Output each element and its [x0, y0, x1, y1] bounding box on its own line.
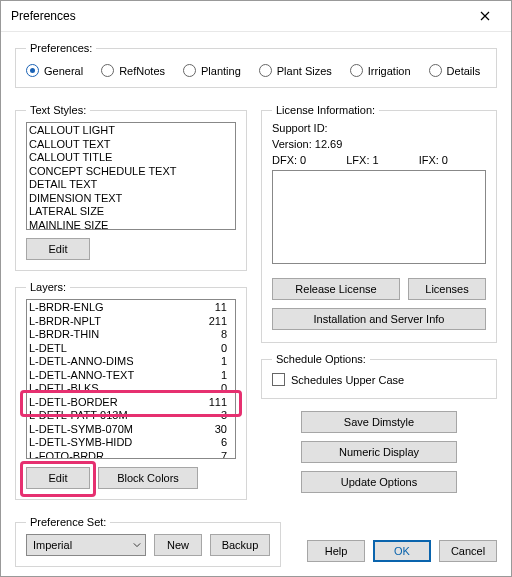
licenses-button[interactable]: Licenses	[408, 278, 486, 300]
dfx-value: DFX: 0	[272, 154, 306, 166]
block-colors-button[interactable]: Block Colors	[98, 467, 198, 489]
text-style-item[interactable]: CALLOUT LIGHT	[29, 124, 235, 138]
close-icon[interactable]	[465, 2, 505, 30]
chevron-down-icon	[133, 539, 141, 551]
lfx-value: LFX: 1	[346, 154, 378, 166]
preference-set-select[interactable]: Imperial	[26, 534, 146, 556]
layers-listbox[interactable]: L-BRDR-ENLG11L-BRDR-NPLT211L-BRDR-THIN8L…	[26, 299, 236, 459]
preferences-legend: Preferences:	[26, 42, 96, 54]
preferences-tabs-group: Preferences: General RefNotes Planting P…	[15, 42, 497, 88]
save-dimstyle-button[interactable]: Save Dimstyle	[301, 411, 457, 433]
text-style-item[interactable]: CALLOUT TITLE	[29, 151, 235, 165]
license-legend: License Information:	[272, 104, 379, 116]
edit-text-style-button[interactable]: Edit	[26, 238, 90, 260]
license-group: License Information: Support ID: Version…	[261, 104, 497, 343]
numeric-display-button[interactable]: Numeric Display	[301, 441, 457, 463]
text-style-item[interactable]: CONCEPT SCHEDULE TEXT	[29, 165, 235, 179]
layer-row[interactable]: L-DETL-SYMB-HIDD6	[29, 436, 235, 450]
schedule-options-group: Schedule Options: Schedules Upper Case	[261, 353, 497, 399]
help-button[interactable]: Help	[307, 540, 365, 562]
release-license-button[interactable]: Release License	[272, 278, 400, 300]
version-label: Version: 12.69	[272, 138, 486, 150]
schedule-legend: Schedule Options:	[272, 353, 370, 365]
tab-details[interactable]: Details	[429, 64, 481, 77]
window-title: Preferences	[11, 9, 76, 23]
edit-layer-button[interactable]: Edit	[26, 467, 90, 489]
tab-plant-sizes[interactable]: Plant Sizes	[259, 64, 332, 77]
text-style-item[interactable]: MAINLINE SIZE	[29, 219, 235, 231]
support-id-label: Support ID:	[272, 122, 486, 134]
layer-row[interactable]: L-BRDR-THIN8	[29, 328, 235, 342]
layer-row[interactable]: L-BRDR-NPLT211	[29, 315, 235, 329]
dialog-buttons: Help OK Cancel	[307, 540, 497, 562]
layer-row[interactable]: L-DETL-BORDER111	[29, 396, 235, 410]
backup-preference-set-button[interactable]: Backup	[210, 534, 270, 556]
titlebar: Preferences	[1, 1, 511, 32]
layers-legend: Layers:	[26, 281, 70, 293]
update-options-button[interactable]: Update Options	[301, 471, 457, 493]
tab-irrigation[interactable]: Irrigation	[350, 64, 411, 77]
text-style-item[interactable]: DIMENSION TEXT	[29, 192, 235, 206]
ifx-value: IFX: 0	[419, 154, 448, 166]
layer-row[interactable]: L-FOTO-BRDR7	[29, 450, 235, 460]
preferences-window: Preferences Preferences: General RefNote…	[0, 0, 512, 577]
layer-row[interactable]: L-DETL-PATT-013M3	[29, 409, 235, 423]
text-styles-listbox[interactable]: CALLOUT LIGHTCALLOUT TEXTCALLOUT TITLECO…	[26, 122, 236, 230]
text-style-item[interactable]: DETAIL TEXT	[29, 178, 235, 192]
layer-row[interactable]: L-DETL-BLKS0	[29, 382, 235, 396]
layer-row[interactable]: L-DETL0	[29, 342, 235, 356]
layer-row[interactable]: L-DETL-ANNO-TEXT1	[29, 369, 235, 383]
layer-row[interactable]: L-BRDR-ENLG11	[29, 301, 235, 315]
tab-general[interactable]: General	[26, 64, 83, 77]
layer-row[interactable]: L-DETL-SYMB-070M30	[29, 423, 235, 437]
schedules-upper-case-checkbox[interactable]: Schedules Upper Case	[272, 373, 404, 386]
tab-refnotes[interactable]: RefNotes	[101, 64, 165, 77]
license-textarea[interactable]	[272, 170, 486, 264]
ok-button[interactable]: OK	[373, 540, 431, 562]
new-preference-set-button[interactable]: New	[154, 534, 202, 556]
layers-group: Layers: L-BRDR-ENLG11L-BRDR-NPLT211L-BRD…	[15, 281, 247, 500]
text-style-item[interactable]: LATERAL SIZE	[29, 205, 235, 219]
preference-set-group: Preference Set: Imperial New Backup	[15, 516, 281, 567]
preference-set-legend: Preference Set:	[26, 516, 110, 528]
layer-row[interactable]: L-DETL-ANNO-DIMS1	[29, 355, 235, 369]
text-style-item[interactable]: CALLOUT TEXT	[29, 138, 235, 152]
tab-planting[interactable]: Planting	[183, 64, 241, 77]
cancel-button[interactable]: Cancel	[439, 540, 497, 562]
text-styles-legend: Text Styles:	[26, 104, 90, 116]
text-styles-group: Text Styles: CALLOUT LIGHTCALLOUT TEXTCA…	[15, 104, 247, 271]
installation-info-button[interactable]: Installation and Server Info	[272, 308, 486, 330]
